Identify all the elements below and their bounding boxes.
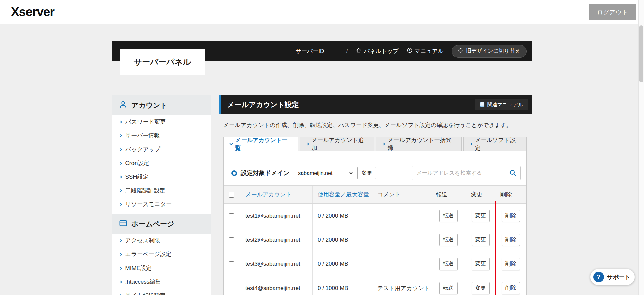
search-box bbox=[412, 166, 521, 180]
sidebar-section-account: アカウント bbox=[112, 95, 211, 115]
usage-cell: 0 / 1000 MB bbox=[313, 276, 372, 295]
sidebar-item-error-page[interactable]: エラーページ設定 bbox=[112, 247, 211, 261]
search-icon[interactable] bbox=[509, 169, 516, 178]
comment-cell bbox=[372, 228, 431, 252]
usage-cell: 0 / 2000 MB bbox=[313, 228, 372, 252]
scrollbar-track[interactable] bbox=[638, 0, 644, 295]
server-panel-title-box: サーバーパネル bbox=[120, 49, 205, 75]
chevron-right-icon bbox=[119, 253, 122, 255]
manual-label: マニュアル bbox=[415, 47, 444, 55]
sort-usage-link[interactable]: 使用容量 bbox=[318, 191, 340, 198]
switch-old-design-label: 旧デザインに切り替え bbox=[466, 48, 521, 55]
sidebar-item-resource-monitor[interactable]: リソースモニター bbox=[112, 197, 211, 211]
change-button[interactable]: 変更 bbox=[472, 258, 490, 270]
target-ring-icon bbox=[231, 170, 237, 176]
tab-mail-account-bulk[interactable]: メールアカウント一括登録 bbox=[376, 137, 462, 151]
chevron-right-icon bbox=[119, 162, 122, 164]
row-checkbox[interactable] bbox=[229, 213, 234, 219]
delete-button[interactable]: 削除 bbox=[502, 210, 520, 222]
sidebar: アカウント パスワード変更 サーバー情報 バックアップ bbox=[112, 95, 211, 295]
book-icon bbox=[480, 102, 485, 108]
domain-change-button[interactable]: 変更 bbox=[357, 167, 376, 179]
table-row: test1@sabameijin.net 0 / 2000 MB 転送 変更 削… bbox=[224, 204, 526, 228]
forward-button[interactable]: 転送 bbox=[439, 210, 458, 222]
breadcrumb-separator: / bbox=[346, 48, 348, 55]
sidebar-item-site-transfer[interactable]: サイト転送設定 bbox=[112, 289, 211, 295]
sidebar-item-cron[interactable]: Cron設定 bbox=[112, 156, 211, 170]
related-manual-button[interactable]: 関連マニュアル bbox=[475, 99, 528, 110]
tab-mail-software-settings[interactable]: メールソフト設定 bbox=[463, 137, 526, 151]
support-button[interactable]: ? サポート bbox=[590, 269, 635, 285]
tab-mail-account-list[interactable]: メールアカウント一覧 bbox=[223, 137, 298, 151]
page-title: メールアカウント設定 bbox=[227, 100, 299, 109]
tab-label: メールソフト設定 bbox=[475, 136, 520, 152]
related-manual-label: 関連マニュアル bbox=[487, 102, 523, 108]
browser-icon bbox=[119, 219, 127, 229]
sidebar-item-mime[interactable]: MIME設定 bbox=[112, 261, 211, 275]
panel-titlebar: メールアカウント設定 関連マニュアル bbox=[219, 95, 532, 114]
chevron-right-icon bbox=[119, 203, 122, 205]
sidebar-item-backup[interactable]: バックアップ bbox=[112, 142, 211, 156]
mail-accounts-table: メールアカウント 使用容量／最大容量 コメント 転送 変更 削除 bbox=[224, 185, 526, 295]
change-button[interactable]: 変更 bbox=[472, 234, 490, 246]
sidebar-item-label: サイト転送設定 bbox=[125, 292, 166, 295]
manual-link[interactable]: ? マニュアル bbox=[407, 47, 444, 55]
sidebar-item-label: MIME設定 bbox=[125, 264, 152, 272]
forward-button[interactable]: 転送 bbox=[439, 234, 458, 246]
sidebar-item-two-factor[interactable]: 二段階認証設定 bbox=[112, 184, 211, 197]
row-checkbox[interactable] bbox=[229, 237, 234, 243]
topbar: Xserver ログアウト bbox=[0, 0, 644, 24]
delete-button[interactable]: 削除 bbox=[502, 234, 520, 246]
delete-button[interactable]: 削除 bbox=[502, 258, 520, 270]
sort-max-link[interactable]: 最大容量 bbox=[346, 191, 369, 198]
delete-button[interactable]: 削除 bbox=[502, 282, 520, 294]
chevron-right-icon bbox=[306, 143, 309, 145]
switch-old-design-button[interactable]: 旧デザインに切り替え bbox=[452, 45, 527, 58]
table-row: test4@sabameijin.net 0 / 1000 MB テスト用アカウ… bbox=[224, 276, 526, 295]
chevron-right-icon bbox=[119, 148, 122, 151]
change-button[interactable]: 変更 bbox=[472, 282, 490, 294]
target-domain-label: 設定対象ドメイン bbox=[241, 169, 290, 177]
panel-top-link[interactable]: パネルトップ bbox=[356, 47, 398, 55]
sidebar-item-label: リソースモニター bbox=[125, 200, 172, 208]
forward-button[interactable]: 転送 bbox=[439, 258, 458, 270]
chevron-down-icon bbox=[229, 142, 233, 145]
sidebar-item-label: .htaccess編集 bbox=[125, 278, 161, 286]
server-id-label: サーバーID bbox=[296, 47, 324, 55]
tab-mail-account-add[interactable]: メールアカウント追加 bbox=[300, 137, 374, 151]
sidebar-item-htaccess[interactable]: .htaccess編集 bbox=[112, 275, 211, 289]
logout-button[interactable]: ログアウト bbox=[589, 4, 636, 20]
account-cell: test2@sabameijin.net bbox=[240, 228, 313, 252]
chevron-right-icon bbox=[119, 175, 122, 178]
chevron-right-icon bbox=[382, 143, 385, 145]
question-circle-icon: ? bbox=[407, 48, 412, 55]
scrollbar-thumb[interactable] bbox=[639, 25, 643, 82]
sidebar-item-label: SSH設定 bbox=[125, 173, 149, 181]
sidebar-item-ssh[interactable]: SSH設定 bbox=[112, 170, 211, 184]
chevron-right-icon bbox=[470, 143, 472, 145]
search-input[interactable] bbox=[412, 166, 521, 180]
comment-cell bbox=[372, 252, 431, 276]
row-checkbox[interactable] bbox=[229, 286, 234, 291]
row-checkbox[interactable] bbox=[229, 261, 234, 267]
change-button[interactable]: 変更 bbox=[472, 210, 490, 222]
sort-mail-account-link[interactable]: メールアカウント bbox=[245, 191, 292, 198]
account-cell: test4@sabameijin.net bbox=[240, 276, 313, 295]
sidebar-item-server-info[interactable]: サーバー情報 bbox=[112, 129, 211, 142]
forward-button[interactable]: 転送 bbox=[439, 282, 458, 294]
sidebar-item-access-restriction[interactable]: アクセス制限 bbox=[112, 234, 211, 247]
sidebar-item-password-change[interactable]: パスワード変更 bbox=[112, 115, 211, 129]
sidebar-item-label: 二段階認証設定 bbox=[125, 187, 165, 194]
domain-select[interactable]: sabameijin.net bbox=[294, 167, 354, 179]
usage-separator: ／ bbox=[340, 191, 346, 198]
sidebar-item-label: Cron設定 bbox=[125, 159, 149, 167]
chevron-right-icon bbox=[119, 239, 122, 242]
select-all-checkbox[interactable] bbox=[229, 192, 234, 198]
sidebar-section-title: ホームページ bbox=[131, 219, 174, 229]
chevron-right-icon bbox=[119, 120, 122, 123]
account-cell: test3@sabameijin.net bbox=[240, 252, 313, 276]
panel-top-label: パネルトップ bbox=[364, 47, 398, 55]
comment-header: コメント bbox=[372, 186, 431, 204]
xserver-logo[interactable]: Xserver bbox=[11, 5, 54, 19]
table-row: test2@sabameijin.net 0 / 2000 MB 転送 変更 削… bbox=[224, 228, 526, 252]
